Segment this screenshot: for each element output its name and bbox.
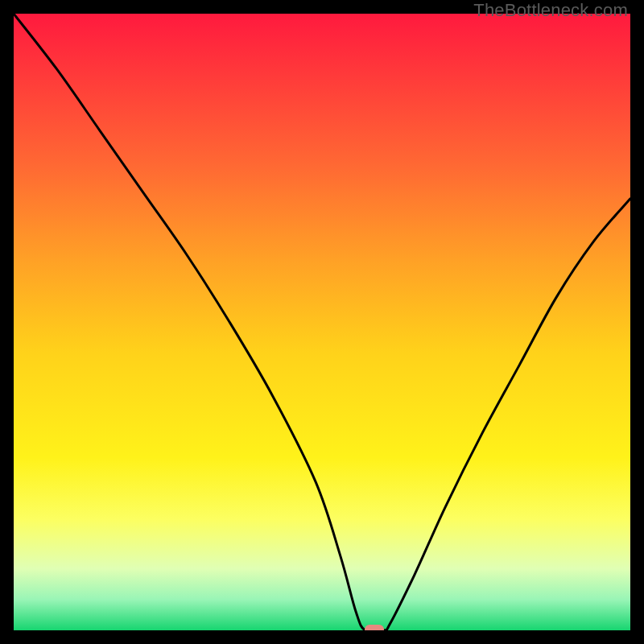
chart-frame: TheBottleneck.com xyxy=(0,0,644,644)
optimal-marker xyxy=(365,625,384,630)
watermark-text: TheBottleneck.com xyxy=(473,0,628,21)
gradient-background xyxy=(14,14,630,630)
plot-area xyxy=(14,14,630,630)
chart-svg xyxy=(14,14,630,630)
